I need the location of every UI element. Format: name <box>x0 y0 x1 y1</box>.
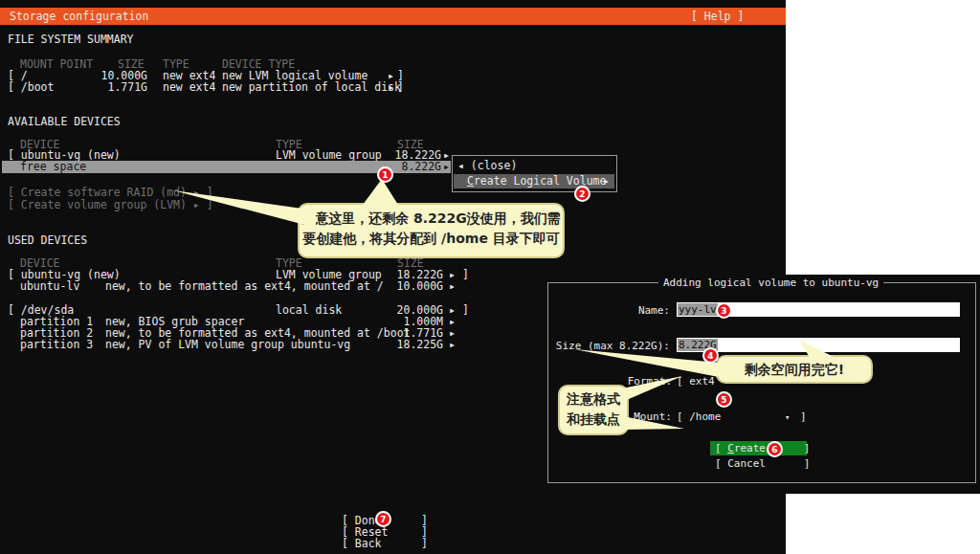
used-row-ubuntu-lv-detail: new, to be formatted as ext4, mounted at… <box>105 280 384 293</box>
used-row-partition3-size: 18.225G <box>390 339 443 351</box>
submenu-arrow-icon: ▸ <box>603 175 610 188</box>
callout-line: 注意格式 <box>560 389 627 410</box>
fs-row-boot-size: 1.771G <box>95 81 147 94</box>
size-label: Size (max 8.222G): <box>536 340 670 352</box>
fs-col-mount-point: MOUNT POINT <box>20 58 93 71</box>
callout-line: 注意这里，还剩余 8.222G没使用，我们需 <box>300 209 563 229</box>
callout-line: 剩余空间用完它! <box>718 357 871 383</box>
used-row-ubuntu-vg-bracket: ] <box>462 269 469 281</box>
submenu-arrow-icon: ▸ <box>449 280 456 293</box>
used-row-sda-type: local disk <box>276 304 342 317</box>
fs-row-boot[interactable]: [ /boot <box>8 81 54 94</box>
free-space-size: 8.222G <box>389 161 441 173</box>
step-badge-5: 5 <box>716 391 732 408</box>
menu-item-close[interactable]: ◂ (close) <box>457 160 517 172</box>
used-row-sda-bracket: ] <box>462 304 469 317</box>
chevron-down-icon: ▾ <box>785 411 790 424</box>
used-row-partition3[interactable]: partition 3 <box>20 339 93 351</box>
used-devices-heading: USED DEVICES <box>8 234 87 247</box>
fs-row-boot-devtype: new partition of local disk <box>222 81 401 94</box>
mount-select[interactable]: [ /home <box>677 410 721 423</box>
size-input[interactable]: 8.222G <box>677 338 960 352</box>
format-select[interactable]: [ ext4 <box>677 375 715 388</box>
fs-summary-heading: FILE SYSTEM SUMMARY <box>8 33 134 46</box>
name-label: Name: <box>536 304 670 317</box>
format-mount-callout: 注意格式 和挂载点 <box>558 385 629 435</box>
add-lv-dialog-title: Adding logical volume to ubuntu-vg <box>658 277 883 289</box>
screenshot-root: Storage configuration [ Help ] FILE SYST… <box>0 0 980 554</box>
submenu-arrow-icon: ▸ <box>443 161 450 173</box>
submenu-arrow-icon: ▸ <box>388 81 394 94</box>
create-vg-option[interactable]: [ Create volume group (LVM) ▸ ] <box>8 199 213 211</box>
create-button-label: reate <box>734 442 766 454</box>
step-badge-7: 7 <box>375 511 391 527</box>
used-row-partition3-detail: new, PV of LVM volume group ubuntu-vg <box>105 339 350 351</box>
fs-row-boot-type: new ext4 <box>163 81 215 94</box>
step-badge-6: 6 <box>767 441 783 457</box>
used-row-ubuntu-lv-size: 10.000G <box>390 280 443 293</box>
create-button-initial: C <box>727 442 734 454</box>
step-badge-4: 4 <box>702 347 719 364</box>
step-badge-2: 2 <box>574 186 590 202</box>
step-badge-1: 1 <box>377 166 393 183</box>
mount-select-bracket: ] <box>800 410 807 423</box>
help-button[interactable]: [ Help ] <box>691 11 744 23</box>
context-menu: ◂ (close) Create Logical Volume ▸ <box>452 155 617 192</box>
back-button[interactable]: [ Back <box>342 538 382 550</box>
menu-create-label: reate Logical Volume <box>474 174 606 188</box>
submenu-arrow-icon: ▸ <box>449 339 456 351</box>
step-badge-3: 3 <box>716 302 732 319</box>
name-input-value: yyy-lv <box>678 303 718 316</box>
page-title: Storage configuration <box>10 11 148 23</box>
free-space-callout: 注意这里，还剩余 8.222G没使用，我们需 要创建他，将其分配到 /home … <box>298 203 565 258</box>
back-button-bracket: ] <box>421 538 428 550</box>
size-callout: 剩余空间用完它! <box>716 355 873 384</box>
callout-line: 要创建他，将其分配到 /home 目录下即可 <box>300 229 563 249</box>
callout-line: 和挂载点 <box>560 410 627 430</box>
used-row-ubuntu-lv[interactable]: ubuntu-lv <box>20 280 79 293</box>
cancel-button[interactable]: [ Cancel ] <box>715 457 810 470</box>
free-space-label: free space <box>20 161 86 173</box>
fs-row-boot-bracket: ] <box>397 81 404 94</box>
menu-item-create-lv[interactable]: Create Logical Volume ▸ <box>454 174 614 188</box>
menu-create-initial: C <box>467 174 474 188</box>
available-devices-heading: AVAILABLE DEVICES <box>8 116 121 128</box>
create-button-pre: [ <box>715 442 727 454</box>
